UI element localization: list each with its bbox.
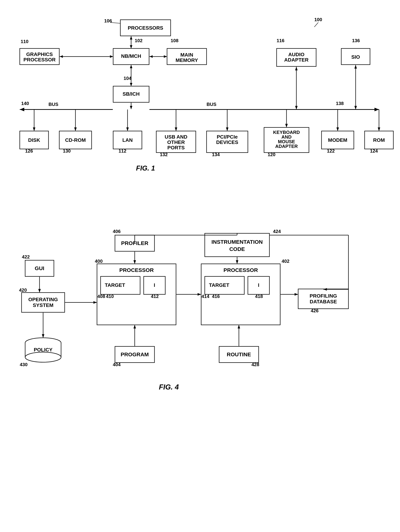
svg-marker-52 — [354, 106, 357, 109]
svg-text:GRAPHICS: GRAPHICS — [26, 51, 53, 57]
svg-marker-39 — [130, 106, 132, 109]
svg-text:NB/MCH: NB/MCH — [121, 53, 141, 59]
svg-text:402: 402 — [282, 259, 289, 264]
svg-text:124: 124 — [370, 148, 378, 154]
svg-marker-67 — [126, 127, 129, 131]
svg-text:412: 412 — [151, 294, 159, 299]
svg-marker-133 — [133, 260, 136, 264]
svg-marker-22 — [60, 55, 63, 58]
svg-marker-176 — [238, 325, 240, 329]
svg-text:POLICY: POLICY — [34, 347, 53, 353]
svg-text:102: 102 — [135, 38, 142, 43]
svg-marker-93 — [336, 127, 339, 131]
svg-marker-80 — [226, 127, 228, 131]
svg-text:MAIN: MAIN — [180, 52, 193, 58]
svg-text:104: 104 — [123, 76, 131, 81]
svg-text:126: 126 — [25, 148, 33, 154]
svg-text:DEVICES: DEVICES — [216, 139, 238, 145]
svg-marker-28 — [130, 65, 132, 68]
svg-text:GUI: GUI — [35, 265, 44, 271]
svg-marker-57 — [33, 127, 35, 131]
svg-text:130: 130 — [63, 148, 71, 154]
svg-text:PROFILING: PROFILING — [310, 293, 337, 299]
svg-text:100: 100 — [314, 17, 322, 22]
svg-text:PCI/PCIe: PCI/PCIe — [217, 134, 238, 140]
svg-text:SYSTEM: SYSTEM — [33, 302, 53, 308]
svg-text:418: 418 — [255, 294, 263, 299]
svg-text:CD-ROM: CD-ROM — [65, 137, 86, 143]
svg-text:404: 404 — [113, 362, 121, 367]
svg-text:408: 408 — [97, 294, 105, 299]
svg-text:CODE: CODE — [229, 246, 245, 252]
svg-text:120: 120 — [268, 152, 275, 157]
svg-marker-151 — [236, 260, 238, 264]
fig4-title: FIG. 4 — [159, 383, 179, 391]
svg-text:ROM: ROM — [373, 137, 385, 143]
svg-text:PORTS: PORTS — [168, 145, 185, 150]
svg-text:422: 422 — [22, 254, 30, 260]
svg-point-114 — [25, 352, 61, 362]
svg-text:400: 400 — [95, 259, 103, 264]
svg-text:110: 110 — [21, 39, 28, 44]
svg-text:136: 136 — [352, 38, 360, 43]
svg-marker-9 — [130, 45, 132, 48]
svg-text:426: 426 — [311, 308, 318, 313]
svg-text:DISK: DISK — [28, 137, 40, 143]
svg-marker-162 — [295, 293, 298, 296]
svg-text:MODEM: MODEM — [328, 137, 347, 143]
svg-text:I: I — [154, 282, 155, 288]
svg-marker-48 — [295, 67, 298, 70]
svg-text:112: 112 — [119, 148, 126, 154]
svg-line-100 — [314, 22, 318, 27]
svg-text:I: I — [258, 282, 259, 288]
svg-text:116: 116 — [277, 38, 284, 43]
svg-marker-29 — [130, 83, 132, 86]
svg-text:PROCESSOR: PROCESSOR — [119, 267, 154, 273]
svg-text:108: 108 — [171, 38, 178, 43]
page: PROCESSORS 106 NB/MCH 102 MAIN MEMORY 10… — [0, 0, 400, 532]
svg-marker-62 — [74, 127, 77, 131]
svg-marker-35 — [374, 108, 379, 111]
svg-text:SB/ICH: SB/ICH — [123, 91, 140, 97]
svg-text:414: 414 — [201, 294, 209, 299]
svg-marker-153 — [198, 293, 201, 296]
svg-text:SIO: SIO — [351, 54, 360, 60]
svg-text:138: 138 — [336, 101, 344, 106]
svg-text:PROCESSOR: PROCESSOR — [223, 267, 258, 273]
svg-marker-8 — [130, 36, 132, 39]
svg-text:132: 132 — [160, 152, 168, 157]
svg-text:424: 424 — [273, 229, 281, 234]
svg-marker-109 — [38, 289, 41, 292]
svg-marker-23 — [110, 55, 113, 58]
svg-text:PROGRAM: PROGRAM — [121, 351, 149, 357]
svg-text:MEMORY: MEMORY — [176, 57, 198, 63]
svg-marker-171 — [133, 325, 136, 329]
svg-text:106: 106 — [104, 18, 112, 24]
svg-text:ADAPTER: ADAPTER — [275, 144, 298, 149]
svg-text:134: 134 — [212, 152, 220, 157]
svg-marker-135 — [93, 301, 97, 304]
svg-text:ROUTINE: ROUTINE — [227, 351, 251, 357]
svg-text:140: 140 — [21, 101, 29, 106]
svg-text:430: 430 — [20, 362, 27, 367]
fig1-title: FIG. 1 — [136, 165, 155, 172]
svg-text:USB AND: USB AND — [165, 134, 187, 140]
svg-text:OPERATING: OPERATING — [28, 297, 58, 302]
fig4-diagram: GUI 422 OPERATING SYSTEM 420 POLICY 430 … — [14, 206, 392, 520]
svg-marker-15 — [149, 55, 153, 58]
svg-text:AUDIO: AUDIO — [288, 52, 304, 57]
svg-text:DATABASE: DATABASE — [310, 299, 337, 304]
svg-text:416: 416 — [212, 294, 220, 299]
svg-marker-98 — [378, 127, 380, 131]
svg-text:BUS: BUS — [206, 101, 216, 107]
svg-text:406: 406 — [113, 229, 121, 234]
svg-text:TARGET: TARGET — [105, 282, 125, 288]
svg-text:OTHER: OTHER — [167, 139, 185, 145]
fig1-diagram: PROCESSORS 106 NB/MCH 102 MAIN MEMORY 10… — [9, 9, 392, 179]
svg-marker-88 — [285, 124, 288, 127]
svg-marker-118 — [42, 334, 44, 338]
svg-text:122: 122 — [327, 148, 335, 154]
svg-text:TARGET: TARGET — [209, 282, 229, 288]
svg-marker-51 — [354, 65, 357, 69]
svg-text:BUS: BUS — [48, 101, 58, 107]
